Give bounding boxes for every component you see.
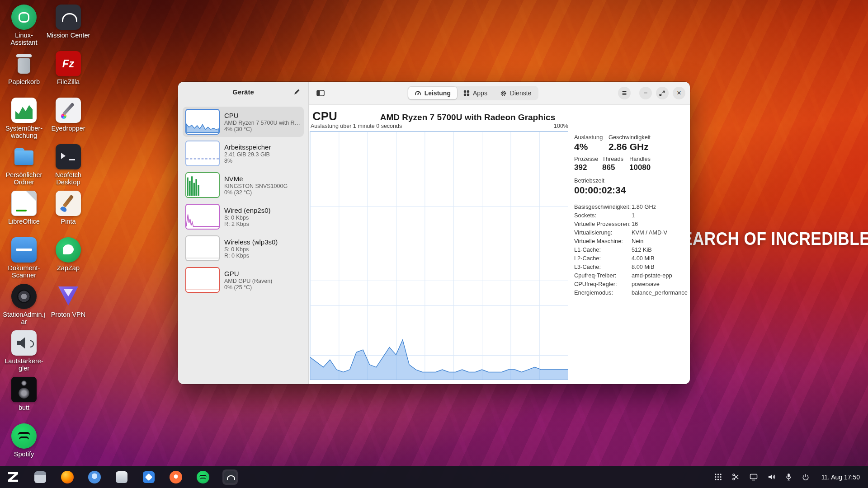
tab-label: Dienste: [510, 89, 531, 97]
taskbar-files-button[interactable]: [33, 469, 48, 485]
detail-row: Virtuelle Maschine:Nein: [574, 237, 690, 245]
memory-sparkline-icon: [185, 141, 220, 166]
pencil-icon: [293, 88, 301, 95]
desktop-icon-label: Neofetch Desktop: [46, 171, 90, 186]
screenshot-button[interactable]: [731, 472, 741, 482]
device-item-nvme[interactable]: NVMe KINGSTON SNVS1000G 0% (32 °C): [183, 170, 304, 200]
desktop-icon-label: LibreOffice: [2, 218, 46, 225]
desktop-icon-volume-control[interactable]: Lautstärkere-gler: [2, 326, 46, 372]
desktop-icon-filezilla[interactable]: Fz FileZilla: [46, 47, 90, 93]
detail-row: L2-Cache:4.00 MiB: [574, 254, 690, 263]
taskbar: 11. Aug 17:50: [0, 466, 868, 488]
cpu-usage-area: [310, 340, 568, 380]
protonvpn-icon: [56, 284, 81, 309]
taskbar-spotify-button[interactable]: [195, 469, 211, 485]
microphone-button[interactable]: [784, 472, 793, 482]
cpu-usage-line: [310, 340, 568, 372]
document-scanner-icon: [11, 237, 37, 263]
desktop-icon-label: Proton VPN: [46, 311, 90, 318]
mission-center-window: Geräte CPU AMD Ryzen 7 5700U with R… 4% …: [178, 82, 690, 384]
desktop-icon-butt[interactable]: butt: [2, 372, 46, 419]
desktop-icon-linux-assistant[interactable]: Linux-Assistant: [2, 0, 46, 47]
minimize-button[interactable]: −: [639, 87, 652, 99]
tab-apps[interactable]: Apps: [457, 87, 494, 99]
device-item-gpu[interactable]: GPU AMD GPU (Raven) 0% (25 °C): [183, 265, 304, 295]
device-item-wired[interactable]: Wired (enp2s0) S: 0 Kbps R: 2 Kbps: [183, 202, 304, 232]
close-button[interactable]: ×: [673, 87, 685, 99]
desktop-icon-zapzap[interactable]: ZapZap: [46, 233, 90, 279]
device-item-wireless[interactable]: Wireless (wlp3s0) S: 0 Kbps R: 0 Kbps: [183, 233, 304, 263]
speed-value: 2.86 GHz: [609, 141, 651, 152]
taskbar-firefox-button[interactable]: [60, 469, 75, 485]
desktop-icon-protonvpn[interactable]: Proton VPN: [46, 279, 90, 326]
menu-button[interactable]: ≡: [618, 87, 631, 99]
device-item-cpu[interactable]: CPU AMD Ryzen 7 5700U with R… 4% (30 °C): [183, 107, 304, 137]
speaker-icon: [768, 473, 775, 481]
tab-label: Leistung: [425, 89, 451, 97]
desktop-icon-mission-center[interactable]: Mission Center: [46, 0, 90, 47]
taskbar-browser-button[interactable]: [168, 469, 184, 485]
filezilla-glyph: Fz: [62, 57, 75, 70]
device-item-memory[interactable]: Arbeitsspeicher 2.41 GiB 29.3 GiB 8%: [183, 138, 304, 169]
desktop-icon-label: Mission Center: [46, 32, 90, 39]
gpu-sparkline-icon: [185, 267, 220, 293]
device-name: CPU: [224, 112, 300, 119]
desktop-icon-spotify[interactable]: Spotify: [2, 419, 46, 465]
zorin-menu-icon: [8, 472, 18, 482]
tab-leistung[interactable]: Leistung: [408, 87, 457, 99]
volume-control-icon: [11, 330, 37, 356]
desktop-icon-home-folder[interactable]: Persönlicher Ordner: [2, 140, 46, 186]
desktop: EARCH OF INCREDIBLE Linux-Assistant Papi…: [0, 0, 868, 488]
pinta-icon: [56, 191, 81, 216]
desktop-icon-label: butt: [2, 404, 46, 411]
edit-devices-button[interactable]: [290, 86, 304, 98]
power-button[interactable]: [801, 472, 811, 482]
zorin-menu-button[interactable]: [5, 469, 21, 485]
scissors-icon: [732, 473, 740, 481]
window-controls: ≡ − ×: [618, 87, 685, 99]
desktop-icon-trash[interactable]: Papierkorb: [2, 47, 46, 93]
device-name: NVMe: [224, 175, 288, 183]
butt-icon: [11, 377, 37, 402]
services-gear-icon: [500, 90, 507, 97]
desktop-icon-document-scanner[interactable]: Dokument-Scanner: [2, 233, 46, 279]
sidebar-title: Geräte: [232, 88, 254, 96]
sidebar-header: Geräte: [178, 82, 308, 102]
device-line2: 0% (25 °C): [224, 284, 272, 291]
spotify-icon: [197, 471, 209, 483]
taskbar-software-store-button[interactable]: [141, 469, 156, 485]
desktop-icon-label: Papierkorb: [2, 78, 46, 85]
desktop-icon-neofetch[interactable]: Neofetch Desktop: [46, 140, 90, 186]
detail-row: Energiemodus:balance_performance: [574, 288, 690, 297]
spotify-icon: [11, 423, 37, 449]
desktop-icon-eyedropper[interactable]: Eyedropper: [46, 93, 90, 140]
taskbar-web-browser-button[interactable]: [87, 469, 102, 485]
maximize-icon: [659, 90, 665, 96]
tab-dienste[interactable]: Dienste: [494, 87, 538, 99]
stationadmin-icon: [11, 284, 37, 309]
app-grid-button[interactable]: [713, 472, 723, 482]
devices-sidebar: Geräte CPU AMD Ryzen 7 5700U with R… 4% …: [178, 82, 309, 384]
desktop-icon-stationadmin[interactable]: StationAdmin.jar: [2, 279, 46, 326]
taskbar-file-manager-button[interactable]: [114, 469, 129, 485]
display-icon: [750, 474, 758, 481]
display-settings-button[interactable]: [748, 472, 759, 482]
taskbar-mission-center-button[interactable]: [222, 469, 238, 485]
apps-grid-icon: [463, 90, 470, 96]
desktop-icon-label: Eyedropper: [46, 125, 90, 132]
volume-button[interactable]: [766, 472, 777, 482]
power-icon: [802, 474, 809, 481]
desktop-icon-system-monitor[interactable]: Systemüber-wachung: [2, 93, 46, 140]
uptime-label: Betriebszeit: [574, 177, 626, 184]
desktop-icon-libreoffice[interactable]: LibreOffice: [2, 186, 46, 233]
sidebar-toggle-button[interactable]: [313, 87, 328, 99]
device-line2: R: 2 Kbps: [224, 221, 271, 227]
desktop-icon-pinta[interactable]: Pinta: [46, 186, 90, 233]
filezilla-icon: Fz: [56, 51, 81, 76]
cpu-details-list: Basisgeschwindigkeit:1.80 GHz Sockets:1 …: [574, 202, 690, 297]
maximize-button[interactable]: [656, 87, 669, 99]
clock[interactable]: 11. Aug 17:50: [821, 474, 860, 481]
device-name: Arbeitsspeicher: [224, 143, 271, 151]
processes-value: 392: [574, 163, 598, 172]
taskbar-apps: [5, 469, 238, 485]
